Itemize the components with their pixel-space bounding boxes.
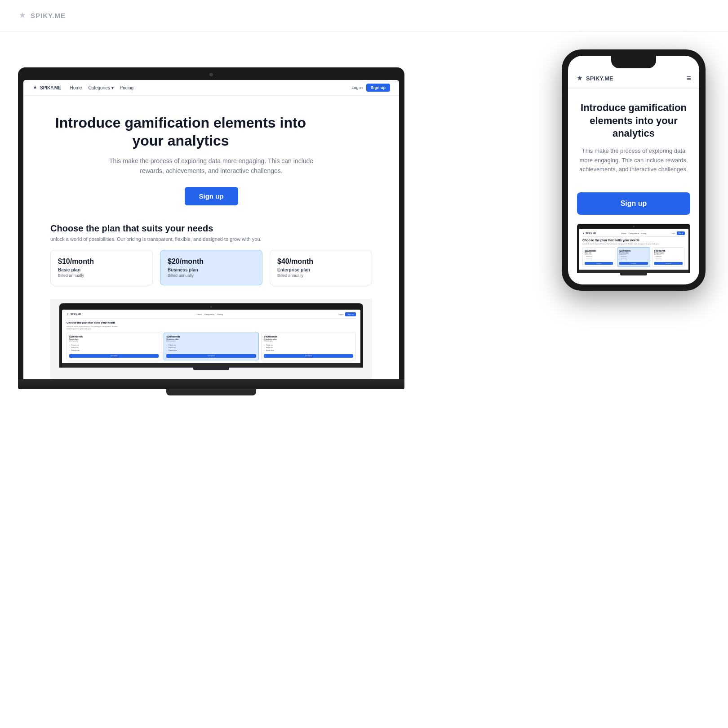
phone-screen: SPIKY.ME ≡ Introduce gamification elemen…	[568, 56, 699, 284]
laptop-nav-home[interactable]: Home	[70, 85, 82, 90]
inner-business-cta[interactable]: Get started	[166, 354, 256, 358]
phone-notch	[611, 56, 656, 68]
phi-pricing-sub: unlock a world of possibilities. Our pri…	[582, 243, 685, 245]
inner-enterprise-bill: Billed annually	[264, 340, 353, 342]
phone-inner-screen: SPIKY.ME Home Categories ▾ Pricing Log i…	[579, 229, 688, 270]
inner-laptop-stand	[193, 368, 229, 370]
phi-basic-f3: Feature three	[585, 259, 613, 261]
inner-pricing-title: Choose the plan that suits your needs	[67, 321, 356, 324]
inner-pricing-sub: unlock a world of possibilities. Our pri…	[67, 325, 120, 330]
inner-nav-logo: SPIKY.ME	[67, 313, 81, 315]
phi-card-business: $20/month Business plan Billed annually …	[617, 247, 650, 267]
laptop-hero-section: Introduce gamification elements into you…	[23, 96, 399, 214]
laptop-plan-business: $20/month Business plan Billed annually	[160, 250, 262, 285]
top-logo[interactable]: SPIKY.ME	[18, 11, 66, 20]
laptop-plan-basic: $10/month Basic plan Billed annually	[50, 250, 153, 285]
phone-device: SPIKY.ME ≡ Introduce gamification elemen…	[562, 49, 706, 291]
inner-nav: SPIKY.ME Home Categories ▾ Pricing	[67, 312, 356, 319]
business-price: $20/month	[168, 257, 255, 266]
business-billing: Billed annually	[168, 273, 255, 278]
enterprise-price: $40/month	[277, 257, 364, 266]
inner-signup: Sign up	[345, 312, 356, 316]
phone-navbar: SPIKY.ME ≡	[568, 68, 699, 89]
phone-menu-button[interactable]: ≡	[686, 74, 691, 83]
laptop-nav-links: Home Categories ▾ Pricing	[70, 85, 352, 90]
laptop-nav-logo: SPIKY.ME	[32, 85, 61, 90]
laptop-nav-actions: Log in Sign up	[351, 84, 390, 92]
laptop-hero-title: Introduce gamification elements into you…	[50, 114, 311, 150]
phi-actions: Log in Sign up	[672, 231, 685, 235]
phi-business-cta[interactable]: Get started	[619, 262, 648, 265]
inner-basic-cta[interactable]: Get started	[69, 354, 159, 358]
laptop-login-button[interactable]: Log in	[351, 85, 363, 90]
inner-nav-categories: Categories ▾	[204, 313, 214, 315]
inner-laptop-camera	[210, 306, 212, 308]
inner-business-features: Feature one Feature two Feature three	[166, 344, 256, 352]
phone-brand: SPIKY.ME	[586, 75, 613, 82]
phi-business-f3: Feature three	[619, 259, 648, 261]
phi-enterprise-cta[interactable]: Get started	[654, 262, 683, 265]
laptop-screen-outer: SPIKY.ME Home Categories ▾ Pricing Log i…	[18, 67, 404, 379]
laptop-pricing-subtitle: unlock a world of possibilities. Our pri…	[50, 236, 372, 242]
inner-card-business: $20/month Business plan Billed annually …	[164, 333, 258, 360]
inner-business-f3: Feature three	[166, 349, 256, 352]
inner-business-bill: Billed annually	[166, 340, 256, 342]
laptop-pricing-title: Choose the plan that suits your needs	[50, 223, 372, 234]
phone-inner-cam	[633, 226, 635, 227]
inner-card-basic: $10/month Basic plan Billed annually Fea…	[67, 333, 161, 360]
business-name: Business plan	[168, 267, 255, 272]
phi-card-basic: $10/month Basic plan Billed annually Fea…	[582, 247, 615, 267]
top-navbar: SPIKY.ME	[0, 0, 728, 31]
laptop-plan-enterprise: $40/month Enterprise plan Billed annuall…	[270, 250, 372, 285]
inner-pricing-cards: $10/month Basic plan Billed annually Fea…	[67, 333, 356, 360]
inner-enterprise-cta[interactable]: Get started	[264, 354, 353, 358]
phone-body: SPIKY.ME ≡ Introduce gamification elemen…	[562, 49, 706, 291]
laptop-hero-subtitle: This make the process of exploring data …	[103, 156, 319, 176]
inner-nav-pricing: Pricing	[217, 313, 222, 315]
laptop-stand	[166, 389, 256, 395]
inner-nav-links: Home Categories ▾ Pricing	[197, 313, 222, 315]
laptop-nav-pricing[interactable]: Pricing	[120, 85, 134, 90]
main-scene: SPIKY.ME Home Categories ▾ Pricing Log i…	[0, 31, 728, 728]
inner-laptop-screen: SPIKY.ME Home Categories ▾ Pricing	[62, 310, 360, 363]
phi-card-enterprise: $40/month Enterprise plan Billed annuall…	[652, 247, 685, 267]
inner-basic-features: Feature one Feature two Feature three	[69, 344, 159, 352]
top-brand-name: SPIKY.ME	[31, 12, 66, 19]
inner-laptop-body: SPIKY.ME Home Categories ▾ Pricing	[59, 303, 363, 368]
phi-basic-cta[interactable]: Get started	[585, 262, 613, 265]
phone-logo-icon	[576, 75, 583, 82]
basic-billing: Billed annually	[58, 273, 145, 278]
inner-enterprise-f3: Feature three	[264, 349, 353, 352]
basic-name: Basic plan	[58, 267, 145, 272]
laptop-nav-categories[interactable]: Categories ▾	[88, 85, 113, 90]
phone-content: SPIKY.ME ≡ Introduce gamification elemen…	[568, 68, 699, 284]
phi-nav: SPIKY.ME Home Categories ▾ Pricing Log i…	[582, 231, 685, 237]
laptop-device: SPIKY.ME Home Categories ▾ Pricing Log i…	[18, 67, 404, 395]
phone-signup-button[interactable]: Sign up	[577, 192, 690, 215]
phi-cards: $10/month Basic plan Billed annually Fea…	[582, 247, 685, 267]
phi-links: Home Categories ▾ Pricing	[621, 232, 646, 235]
laptop-signup-button[interactable]: Sign up	[366, 84, 390, 92]
inner-laptop-base	[62, 363, 360, 368]
phi-signup: Sign up	[677, 231, 685, 235]
laptop-base	[18, 379, 404, 389]
phone-inner-stand	[620, 273, 647, 275]
laptop-screen: SPIKY.ME Home Categories ▾ Pricing Log i…	[23, 80, 399, 379]
phi-logo: SPIKY.ME	[582, 232, 596, 235]
spiky-icon	[18, 11, 27, 20]
laptop-hero-cta[interactable]: Sign up	[185, 187, 238, 205]
phi-pricing-title: Choose the plan that suits your needs	[582, 239, 685, 242]
inner-basic-bill: Billed annually	[69, 340, 159, 342]
inner-screen-content: SPIKY.ME Home Categories ▾ Pricing	[62, 310, 360, 363]
phi-categories: Categories ▾	[628, 232, 638, 235]
inner-enterprise-features: Feature one Feature two Feature three	[264, 344, 353, 352]
phi-logo-icon	[582, 232, 585, 235]
inner-logo-icon	[67, 313, 69, 315]
phi-pricing: Pricing	[641, 232, 646, 235]
phone-inner-laptop: SPIKY.ME Home Categories ▾ Pricing Log i…	[568, 224, 699, 284]
inner-card-enterprise: $40/month Enterprise plan Billed annuall…	[261, 333, 356, 360]
laptop-navbar: SPIKY.ME Home Categories ▾ Pricing Log i…	[23, 80, 399, 96]
enterprise-name: Enterprise plan	[277, 267, 364, 272]
phone-hero-subtitle: This make the process of exploring data …	[577, 146, 690, 174]
phone-inner-base	[579, 270, 688, 273]
